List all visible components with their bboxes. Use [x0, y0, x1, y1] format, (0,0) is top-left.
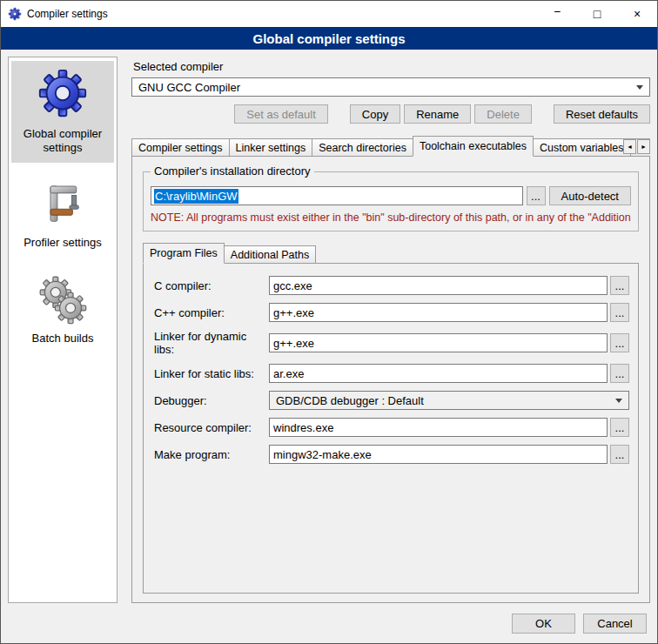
debugger-row: Debugger: GDB/CDB debugger : Default [154, 391, 629, 410]
installation-directory-group: Compiler's installation directory C:\ray… [143, 171, 639, 231]
settings-category-list: Global compiler settings Profiler settin… [8, 57, 118, 603]
c-compiler-row: C compiler: ... [154, 276, 629, 295]
titlebar: Compiler settings − □ × [1, 1, 657, 27]
make-program-input[interactable] [269, 445, 608, 464]
gray-gears-icon [37, 274, 88, 325]
make-program-row: Make program: ... [154, 445, 629, 464]
install-dir-input[interactable]: C:\raylib\MinGW [151, 186, 523, 205]
banner-title: Global compiler settings [252, 31, 405, 46]
tab-program-files[interactable]: Program Files [143, 243, 225, 264]
c-compiler-label: C compiler: [154, 279, 269, 292]
resource-compiler-row: Resource compiler: ... [154, 418, 629, 437]
chevron-down-icon [636, 85, 643, 90]
maximize-button[interactable]: □ [577, 1, 617, 27]
tab-additional-paths[interactable]: Additional Paths [224, 245, 316, 264]
rename-button[interactable]: Rename [404, 104, 471, 124]
tab-search-directories[interactable]: Search directories [312, 138, 413, 157]
install-dir-browse-button[interactable]: ... [527, 186, 546, 205]
resource-compiler-input[interactable] [269, 418, 608, 437]
window-title: Compiler settings [27, 8, 108, 20]
chevron-down-icon [615, 399, 622, 403]
reset-defaults-button[interactable]: Reset defaults [554, 104, 650, 124]
set-as-default-button[interactable]: Set as default [234, 104, 328, 124]
installation-directory-group-title: Compiler's installation directory [151, 164, 314, 178]
program-files-panel: C compiler: ... C++ compiler: ... Linker… [143, 263, 639, 594]
sidebar-item-profiler-settings[interactable]: Profiler settings [11, 175, 114, 257]
debugger-label: Debugger: [154, 394, 269, 407]
cpp-compiler-input[interactable] [269, 303, 608, 322]
tab-scroll-right-icon[interactable]: ► [637, 139, 650, 154]
resource-compiler-label: Resource compiler: [154, 421, 269, 434]
dynamic-linker-browse-button[interactable]: ... [610, 333, 629, 352]
cancel-button[interactable]: Cancel [583, 614, 647, 634]
dialog-footer: OK Cancel [1, 603, 657, 643]
compiler-settings-window: Compiler settings − □ × Global compiler … [0, 0, 658, 644]
c-compiler-input[interactable] [269, 276, 608, 295]
tab-custom-variables[interactable]: Custom variables [533, 138, 631, 157]
clamp-icon [38, 180, 87, 229]
tab-scroll-left-icon[interactable]: ◄ [623, 139, 636, 154]
compiler-actions: Set as default Copy Rename Delete Reset … [131, 104, 650, 124]
dynamic-linker-label: Linker for dynamic libs: [154, 330, 269, 356]
sidebar-item-batch-builds[interactable]: Batch builds [11, 269, 114, 352]
static-linker-input[interactable] [269, 364, 608, 383]
selected-compiler-combobox[interactable]: GNU GCC Compiler [131, 77, 650, 97]
program-files-tabstrip: Program Files Additional Paths [143, 243, 639, 264]
selected-compiler-value: GNU GCC Compiler [138, 81, 240, 94]
toolchain-executables-panel: Compiler's installation directory C:\ray… [131, 156, 650, 603]
static-linker-label: Linker for static libs: [154, 367, 269, 380]
dynamic-linker-row: Linker for dynamic libs: ... [154, 330, 629, 356]
install-dir-value: C:\raylib\MinGW [154, 189, 238, 204]
debugger-select[interactable]: GDB/CDB debugger : Default [269, 391, 629, 410]
dynamic-linker-input[interactable] [269, 333, 608, 352]
tab-compiler-settings[interactable]: Compiler settings [131, 138, 230, 157]
app-icon [8, 7, 22, 21]
delete-button[interactable]: Delete [474, 104, 532, 124]
sidebar-item-label: Profiler settings [24, 236, 102, 250]
blue-gear-icon [36, 66, 90, 120]
cpp-compiler-row: C++ compiler: ... [154, 303, 629, 322]
bin-subdirectory-note: NOTE: All programs must exist either in … [151, 211, 631, 224]
debugger-value: GDB/CDB debugger : Default [276, 394, 424, 407]
make-program-label: Make program: [154, 448, 269, 461]
sidebar-item-label: Batch builds [32, 332, 94, 345]
ok-button[interactable]: OK [512, 614, 575, 634]
tab-toolchain-executables[interactable]: Toolchain executables [413, 136, 534, 157]
tab-linker-settings[interactable]: Linker settings [229, 138, 313, 157]
dialog-content: Global compiler settings Profiler settin… [1, 50, 657, 603]
close-button[interactable]: × [617, 1, 657, 27]
c-compiler-browse-button[interactable]: ... [610, 276, 629, 295]
dialog-banner: Global compiler settings [1, 27, 657, 50]
settings-tabstrip: Compiler settings Linker settings Search… [131, 136, 650, 157]
sidebar-item-global-compiler-settings[interactable]: Global compiler settings [11, 61, 114, 163]
auto-detect-button[interactable]: Auto-detect [549, 186, 632, 205]
copy-button[interactable]: Copy [350, 104, 400, 124]
static-linker-row: Linker for static libs: ... [154, 364, 629, 383]
static-linker-browse-button[interactable]: ... [610, 364, 629, 383]
minimize-button[interactable]: − [537, 1, 577, 27]
make-program-browse-button[interactable]: ... [610, 445, 629, 464]
resource-compiler-browse-button[interactable]: ... [610, 418, 629, 437]
selected-compiler-label: Selected compiler [133, 60, 650, 73]
cpp-compiler-browse-button[interactable]: ... [610, 303, 629, 322]
sidebar-item-label: Global compiler settings [13, 127, 112, 156]
cpp-compiler-label: C++ compiler: [154, 306, 269, 319]
window-controls: − □ × [537, 1, 657, 27]
main-panel: Selected compiler GNU GCC Compiler Set a… [131, 57, 650, 603]
tab-scroll-controls: ◄ ► [623, 139, 650, 154]
